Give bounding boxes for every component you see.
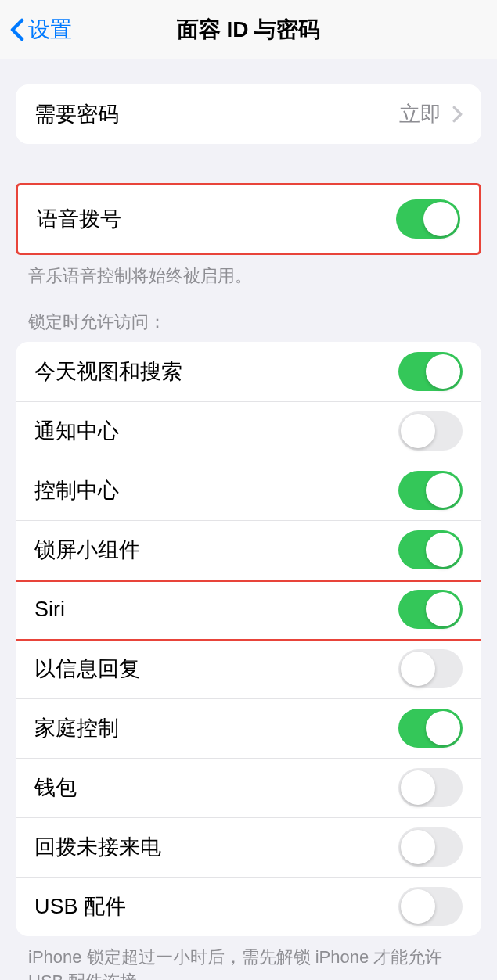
chevron-right-icon (452, 106, 463, 123)
lock-access-row: 家庭控制 (16, 698, 481, 758)
lock-access-toggle[interactable] (398, 827, 463, 867)
lock-access-toggle[interactable] (398, 352, 463, 391)
lock-access-label: 通知中心 (34, 417, 119, 445)
require-passcode-value: 立即 (399, 100, 463, 128)
lock-access-toggle[interactable] (398, 590, 463, 629)
lock-access-row: 今天视图和搜索 (16, 342, 481, 401)
voice-dial-toggle[interactable] (396, 199, 460, 239)
lock-access-row: USB 配件 (16, 877, 481, 936)
lock-access-row: 以信息回复 (16, 639, 481, 698)
chevron-left-icon (9, 18, 25, 41)
voice-dial-group: 语音拨号 (16, 183, 481, 255)
page-title: 面容 ID 与密码 (177, 15, 321, 45)
lock-access-label: 今天视图和搜索 (34, 357, 182, 386)
lock-access-row: 锁屏小组件 (16, 520, 481, 580)
lock-access-toggle[interactable] (398, 887, 463, 926)
lock-access-footer: iPhone 锁定超过一小时后，需先解锁 iPhone 才能允许 USB 配件连… (0, 936, 497, 980)
lock-access-row: Siri (16, 580, 481, 639)
back-label: 设置 (28, 15, 72, 45)
lock-access-label: USB 配件 (34, 892, 126, 921)
lock-access-row: 通知中心 (16, 401, 481, 461)
back-button[interactable]: 设置 (9, 15, 72, 45)
navigation-bar: 设置 面容 ID 与密码 (0, 0, 497, 59)
voice-dial-footer: 音乐语音控制将始终被启用。 (0, 255, 497, 289)
require-passcode-row[interactable]: 需要密码 立即 (16, 84, 481, 144)
lock-access-header: 锁定时允许访问： (0, 289, 497, 342)
lock-access-toggle[interactable] (398, 768, 463, 807)
require-passcode-group: 需要密码 立即 (16, 84, 481, 144)
lock-access-toggle[interactable] (398, 471, 463, 510)
lock-access-toggle[interactable] (398, 411, 463, 451)
lock-access-toggle[interactable] (398, 709, 463, 748)
lock-access-label: 钱包 (34, 774, 77, 802)
lock-access-toggle[interactable] (398, 649, 463, 688)
require-passcode-label: 需要密码 (34, 100, 119, 128)
lock-access-label: 回拨未接来电 (34, 833, 161, 861)
lock-access-row: 回拨未接来电 (16, 817, 481, 877)
lock-access-label: 锁屏小组件 (34, 536, 140, 564)
lock-access-group: 今天视图和搜索通知中心控制中心锁屏小组件Siri以信息回复家庭控制钱包回拨未接来… (16, 342, 481, 936)
lock-access-label: Siri (34, 598, 65, 622)
lock-access-row: 控制中心 (16, 461, 481, 520)
voice-dial-row: 语音拨号 (18, 185, 479, 253)
lock-access-label: 家庭控制 (34, 714, 119, 742)
voice-dial-label: 语音拨号 (37, 205, 121, 233)
lock-access-toggle[interactable] (398, 530, 463, 569)
lock-access-label: 控制中心 (34, 476, 119, 504)
lock-access-row: 钱包 (16, 758, 481, 817)
lock-access-label: 以信息回复 (34, 655, 140, 683)
